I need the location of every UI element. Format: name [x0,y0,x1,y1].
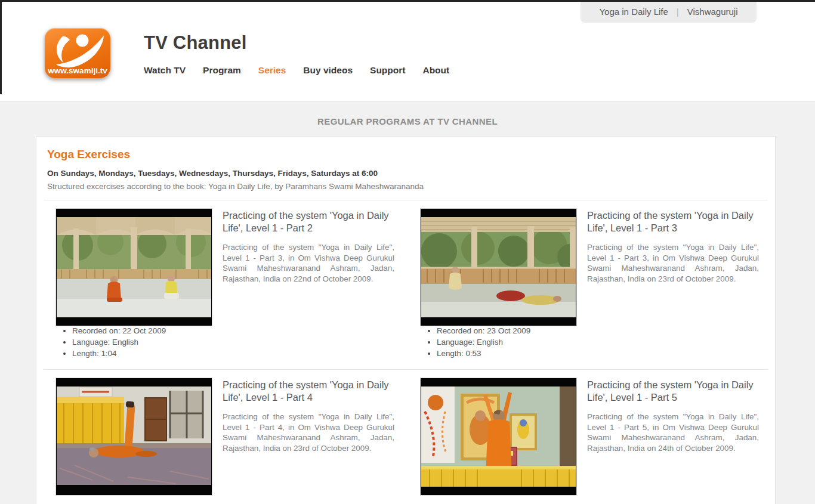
video-description: Practicing of the system "Yoga in Daily … [223,242,394,285]
page-title: TV Channel [144,32,247,54]
video-meta-list: Recorded on: 23 Oct 2009 Language: Engli… [420,326,759,358]
video-text: Practicing of the system 'Yoga in Daily … [223,378,394,454]
meta-value: 0:53 [465,349,481,358]
video-language: Language: English [437,338,759,347]
top-link-vishwaguruji[interactable]: Vishwaguruji [687,7,738,17]
nav-program[interactable]: Program [203,65,241,76]
video-recorded-on: Recorded on: 22 Oct 2009 [72,326,394,335]
nav-buy-videos[interactable]: Buy videos [303,65,353,76]
pavilion-two-kneeling-scene [57,209,211,325]
top-links-separator: | [677,7,679,17]
video-thumbnail[interactable] [420,208,577,326]
site-header: Yoga in Daily Life | Vishwaguruji www.sw… [0,0,815,101]
meta-label: Length: [72,349,99,358]
meta-value: 1:04 [101,349,116,358]
meta-value: 23 Oct 2009 [487,326,530,335]
swamiji-tv-logo[interactable]: www.swamiji.tv [45,28,110,78]
video-item: Practicing of the system 'Yoga in Daily … [420,378,759,496]
video-language: Language: English [72,338,394,347]
meta-label: Language: [437,338,474,347]
video-recorded-on: Recorded on: 23 Oct 2009 [437,326,759,335]
video-thumbnail[interactable] [55,378,212,496]
meta-label: Length: [437,349,464,358]
video-meta-list: Recorded on: 22 Oct 2009 Language: Engli… [55,326,394,358]
section-title: REGULAR PROGRAMS AT TV CHANNEL [0,116,815,126]
top-links-bar: Yoga in Daily Life | Vishwaguruji [581,0,757,23]
video-item: Practicing of the system 'Yoga in Daily … [55,378,394,496]
video-item: Practicing of the system 'Yoga in Daily … [55,208,394,360]
content-section: REGULAR PROGRAMS AT TV CHANNEL Yoga Exer… [0,101,815,504]
logo-text: www.swamiji.tv [47,66,107,75]
program-subtitle: Structured excercises according to the b… [47,182,764,191]
swamiji-face-icon: www.swamiji.tv [45,28,110,78]
video-grid-row-2: Practicing of the system 'Yoga in Daily … [36,370,775,496]
programs-card: Yoga Exercises On Sundays, Mondays, Tues… [36,136,776,504]
meta-label: Recorded on: [72,326,120,335]
video-text: Practicing of the system 'Yoga in Daily … [587,208,759,285]
nav-series[interactable]: Series [258,65,286,76]
nav-about[interactable]: About [422,65,449,76]
meta-label: Recorded on: [437,326,484,335]
video-thumbnail[interactable] [420,378,577,496]
indoor-arms-raised-scene [421,379,576,494]
main-nav: Watch TV Program Series Buy videos Suppo… [144,65,449,76]
meta-value: English [477,338,503,347]
video-title[interactable]: Practicing of the system 'Yoga in Daily … [587,379,759,404]
video-title[interactable]: Practicing of the system 'Yoga in Daily … [223,379,394,404]
program-title[interactable]: Yoga Exercises [47,148,764,161]
meta-label: Language: [72,338,110,347]
pavilion-lying-figures-scene [421,209,576,325]
program-schedule: On Sundays, Mondays, Tuesdays, Wednesday… [47,169,764,178]
top-link-yoga-in-daily-life[interactable]: Yoga in Daily Life [599,7,668,17]
video-length: Length: 1:04 [72,349,394,358]
window-left-edge [0,0,2,94]
meta-value: 22 Oct 2009 [122,326,166,335]
video-description: Practicing of the system "Yoga in Daily … [223,412,394,454]
window-top-edge [0,0,815,2]
video-title[interactable]: Practicing of the system 'Yoga in Daily … [223,209,394,235]
video-text: Practicing of the system 'Yoga in Daily … [587,378,759,454]
video-description: Practicing of the system "Yoga in Daily … [587,242,759,285]
video-length: Length: 0:53 [437,349,759,358]
nav-watch-tv[interactable]: Watch TV [144,65,186,76]
video-thumbnail[interactable] [55,208,212,326]
video-item: Practicing of the system 'Yoga in Daily … [420,208,759,360]
indoor-legs-raised-scene [57,379,211,494]
video-title[interactable]: Practicing of the system 'Yoga in Daily … [587,209,759,235]
nav-support[interactable]: Support [370,65,405,76]
video-description: Practicing of the system "Yoga in Daily … [587,412,759,454]
video-grid-row-1: Practicing of the system 'Yoga in Daily … [36,200,775,360]
meta-value: English [112,338,138,347]
video-text: Practicing of the system 'Yoga in Daily … [223,208,394,285]
